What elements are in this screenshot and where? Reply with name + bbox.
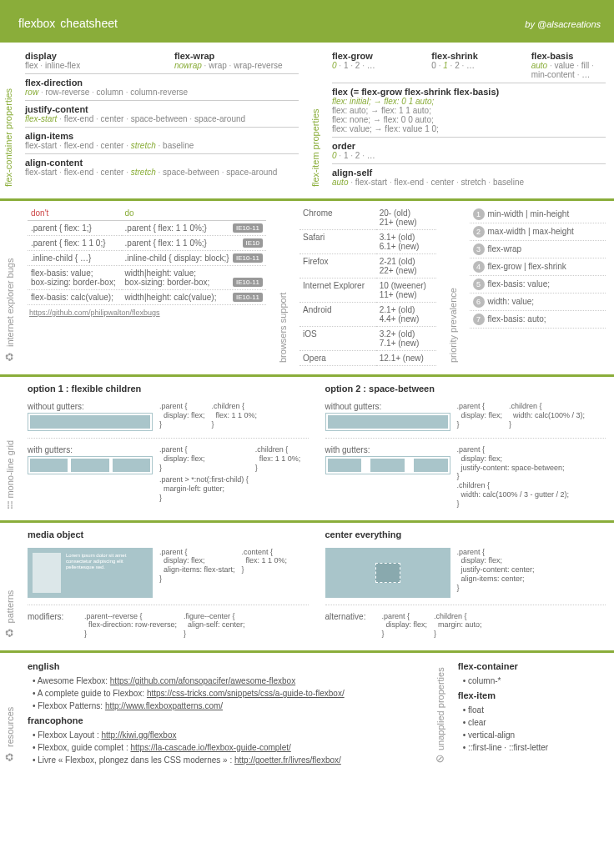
property-block: align-itemsflex-start · flex-end · cente… [25,128,299,154]
section-properties: flex-container properties displayflex · … [0,40,614,198]
property-block: flex-directionrow · row-reverse · column… [25,74,299,101]
pattern-media: media object Lorem ipsum dolor sit amet … [19,528,317,642]
vlabel-browsers: browsers support [274,206,291,366]
list-item: clear [463,716,606,729]
slash-icon [435,752,445,765]
grid-icon [7,499,13,511]
bugs-col: don'tdo.parent { flex: 1;}.parent { flex… [19,206,274,366]
grid-opt2: option 2 : space-between without gutters… [317,382,615,512]
list-item: float [463,704,606,716]
demo-boxes [325,413,450,431]
table-row: .parent { flex: 1 1 0;}.parent { flex: 1… [28,236,266,251]
pattern-center: center everything .parent { display: fle… [317,528,615,642]
table-row: Android2.1+ (old) 4.4+ (new) [299,303,435,327]
code-snippet: .parent { display: flex; align-items: fl… [159,548,235,584]
header-bar: flexboxcheatsheet by @alsacreations [0,0,614,40]
browsers-col: Chrome20- (old) 21+ (new)Safari3.1+ (old… [291,206,444,366]
media-object-demo: Lorem ipsum dolor sit amet consectetur a… [28,548,153,598]
container-props: displayflex · inline-flexflex-wrapnowrap… [17,48,307,190]
demo-boxes [28,413,153,431]
code-snippet: .content { flex: 1 1 0%; } [242,548,288,574]
list-item: ::first-line · ::first-letter [463,741,606,754]
code-snippet: .children { flex: 1 1 0%; } [255,445,301,472]
list-item: Flexbox, guide complet : https://la-casc… [33,741,422,754]
property-block: order0 · 1 · 2 · … [332,138,606,164]
recycle-icon [3,750,16,763]
code-snippet: .parent > *:not(:first-child) { margin-l… [159,475,249,502]
table-row: 2max-width | max-height [470,223,606,241]
code-snippet: .parent--reverse { flex-direction: row-r… [84,612,177,639]
center-title: center everything [325,529,606,539]
list-item: Livre « Flexbox, plongez dans les CSS mo… [33,754,422,766]
vlabel-unapplied: unapplied properties [430,658,450,766]
alt-label: alternative: [325,612,375,621]
priority-table: 1min-width | min-height2max-width | max-… [470,206,606,329]
item-props: flex-grow0 · 1 · 2 · …flex-shrink0 · 1 ·… [324,48,614,190]
english-head: english [28,661,422,671]
property-block: align-selfauto · flex-start · flex-end ·… [332,164,606,190]
unapplied-container-head: flex-container [458,661,606,671]
resource-link[interactable]: https://github.com/afonsopacifer/awesome… [110,676,295,685]
resource-link[interactable]: http://www.flexboxpatterns.com/ [105,701,223,710]
demo-boxes [325,456,450,474]
recycle-icon [3,350,16,363]
unapplied-container-list: column-* [458,675,606,687]
property-block: justify-contentflex-start · flex-end · c… [25,101,299,128]
modifiers-label: modifiers: [28,612,78,621]
opt2-title: option 2 : space-between [325,384,606,394]
recycle-icon [3,626,16,639]
credit: by @alsacreations [525,19,601,29]
section-grid: mono-line grid option 1 : flexible child… [0,374,614,520]
table-row: iOS3.2+ (old) 7.1+ (new) [299,327,435,351]
francophone-head: francophone [28,715,422,725]
list-item: Flexbox Patterns: http://www.flexboxpatt… [33,700,422,712]
list-item: vertical-align [463,729,606,741]
unapplied-item-list: floatclearvertical-align::first-line · :… [458,704,606,754]
browsers-table: Chrome20- (old) 21+ (new)Safari3.1+ (old… [299,206,435,366]
vlabel-grid: mono-line grid [0,382,19,512]
section-support: internet explorer bugs don'tdo.parent { … [0,198,614,374]
flexbugs-link[interactable]: https://github.com/philipwalton/flexbugs [28,305,266,317]
vlabel-priority: priority prevalence [445,206,461,366]
table-row: 1min-width | min-height [470,206,606,223]
subtitle-text: cheatsheet [60,17,118,30]
english-list: Awesome Flexbox: https://github.com/afon… [28,675,422,712]
code-snippet: .figure--center { align-self: center; } [184,612,245,639]
grid-opt1: option 1 : flexible children without gut… [19,382,317,512]
resource-link[interactable]: http://kiwi.gg/flexbox [101,730,176,740]
code-snippet: .parent { display: flex; } [159,445,249,472]
code-snippet: .children { margin: auto; } [434,612,482,639]
resource-link[interactable]: https://css-tricks.com/snippets/css/a-gu… [147,689,345,698]
code-snippet: .parent { display: flex; } [159,402,205,429]
francophone-list: Flexbox Layout : http://kiwi.gg/flexboxF… [28,729,422,766]
property-block: displayflex · inline-flexflex-wrapnowrap… [25,48,299,74]
resources-col: english Awesome Flexbox: https://github.… [19,658,430,766]
page-title: flexboxcheatsheet [13,7,118,33]
list-item: Flexbox Layout : http://kiwi.gg/flexbox [33,729,422,741]
title-text: flexbox [18,17,55,30]
demo-boxes [28,456,153,474]
property-block: flex-grow0 · 1 · 2 · …flex-shrink0 · 1 ·… [332,48,606,83]
table-row: .parent { flex: 1;}.parent { flex: 1 1 0… [28,221,266,236]
table-row: Firefox2-21 (old) 22+ (new) [299,254,435,278]
table-row: Safari3.1+ (old) 6.1+ (new) [299,230,435,254]
vlabel-patterns: patterns [0,528,19,642]
priority-col: 1min-width | min-height2max-width | max-… [461,206,614,366]
code-snippet: .children { flex: 1 1 0%; } [212,402,258,429]
code-snippet: .children { width: calc(100% / 3); } [509,402,585,429]
code-snippet: .parent { display: flex; justify-content… [457,548,535,593]
section-patterns: patterns media object Lorem ipsum dolor … [0,520,614,650]
table-row: flex-basis: calc(value);width|height: ca… [28,290,266,305]
list-item: column-* [463,675,606,687]
table-row: 3flex-wrap [470,241,606,258]
table-row: .inline-child { …}.inline-child { displa… [28,251,266,266]
table-row: Internet Explorer10 (tweener) 11+ (new) [299,278,435,303]
table-row: 5flex-basis: value; [470,276,606,294]
table-row: 7flex-basis: auto; [470,311,606,329]
resource-link[interactable]: https://la-cascade.io/flexbox-guide-comp… [130,743,290,752]
resource-link[interactable]: http://goetter.fr/livres/flexbox/ [234,755,341,765]
property-block: flex (= flex-grow flex-shrink flex-basis… [332,83,606,138]
center-demo [325,548,450,598]
vlabel-container: flex-container properties [0,48,17,190]
code-snippet: .parent { display: flex; justify-content… [457,445,570,509]
